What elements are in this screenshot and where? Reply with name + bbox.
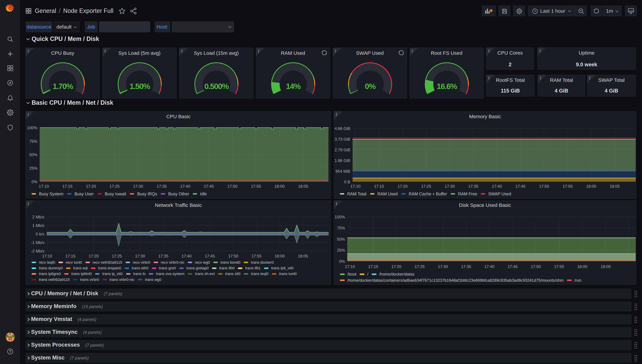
svg-text:1.86 GiB: 1.86 GiB (335, 158, 350, 163)
svg-text:18:05: 18:05 (601, 264, 611, 269)
svg-text:0%: 0% (32, 180, 38, 184)
svg-text:17:50: 17:50 (531, 264, 541, 269)
svg-text:0 b/s: 0 b/s (36, 232, 45, 236)
svg-text:17:20: 17:20 (86, 184, 96, 188)
svg-text:4.66 GiB: 4.66 GiB (335, 126, 350, 131)
svg-text:17:50: 17:50 (227, 184, 238, 188)
svg-text:17:50: 17:50 (539, 184, 549, 188)
svg-text:17:25: 17:25 (112, 254, 122, 258)
svg-text:17:30: 17:30 (438, 264, 448, 269)
svg-text:18:05: 18:05 (610, 184, 620, 188)
svg-text:0 B: 0 B (344, 180, 350, 184)
svg-text:17:55: 17:55 (251, 184, 261, 188)
svg-text:0.500%: 0.500% (204, 82, 229, 91)
svg-text:18:00: 18:00 (586, 184, 596, 188)
svg-text:17:35: 17:35 (461, 264, 471, 269)
svg-text:17:30: 17:30 (445, 184, 455, 188)
svg-text:17:15: 17:15 (62, 184, 72, 188)
svg-text:17:35: 17:35 (157, 184, 167, 188)
svg-text:18:00: 18:00 (275, 254, 285, 258)
svg-text:3.73 GiB: 3.73 GiB (335, 137, 350, 142)
svg-text:17:10: 17:10 (350, 184, 360, 188)
svg-text:17:45: 17:45 (204, 184, 214, 188)
svg-text:1.50%: 1.50% (130, 82, 150, 91)
svg-text:17:45: 17:45 (205, 254, 215, 258)
svg-text:100%: 100% (27, 126, 37, 130)
svg-text:100%: 100% (335, 215, 345, 219)
svg-text:17:15: 17:15 (374, 184, 384, 188)
svg-text:17:10: 17:10 (42, 254, 52, 258)
svg-text:17:15: 17:15 (65, 254, 75, 258)
svg-text:17:30: 17:30 (135, 254, 145, 258)
svg-text:0%: 0% (339, 259, 345, 264)
svg-text:17:25: 17:25 (421, 184, 431, 188)
svg-text:50%: 50% (30, 152, 38, 157)
svg-text:25%: 25% (30, 166, 38, 170)
svg-text:50%: 50% (337, 237, 345, 242)
svg-text:18:05: 18:05 (298, 254, 308, 258)
svg-text:18:00: 18:00 (577, 264, 587, 269)
svg-text:17:50: 17:50 (228, 254, 238, 258)
svg-text:17:35: 17:35 (158, 254, 168, 258)
svg-text:1 Mb/s: 1 Mb/s (33, 223, 45, 228)
svg-text:17:25: 17:25 (110, 184, 120, 188)
svg-text:25%: 25% (337, 248, 345, 252)
svg-text:18:05: 18:05 (298, 184, 308, 188)
svg-text:?: ? (9, 349, 11, 354)
svg-text:17:20: 17:20 (89, 254, 99, 258)
svg-text:17:20: 17:20 (391, 264, 401, 269)
svg-text:17:40: 17:40 (181, 254, 191, 258)
svg-text:17:20: 17:20 (397, 184, 408, 188)
svg-text:-1 Mb/s: -1 Mb/s (31, 240, 45, 245)
svg-text:17:15: 17:15 (368, 264, 378, 269)
svg-text:17:30: 17:30 (133, 184, 143, 188)
svg-text:17:55: 17:55 (554, 264, 564, 269)
svg-text:75%: 75% (337, 226, 345, 230)
svg-text:17:40: 17:40 (492, 184, 502, 188)
svg-text:0%: 0% (365, 82, 376, 91)
svg-text:17:45: 17:45 (508, 264, 518, 269)
svg-text:14%: 14% (286, 82, 301, 91)
svg-text:75%: 75% (30, 139, 38, 144)
svg-text:17:55: 17:55 (563, 184, 573, 188)
svg-text:17:10: 17:10 (345, 264, 355, 269)
svg-text:2.79 GiB: 2.79 GiB (335, 148, 350, 152)
svg-text:17:40: 17:40 (484, 264, 494, 269)
svg-text:1.70%: 1.70% (53, 82, 73, 91)
svg-text:-2 Mb/s: -2 Mb/s (31, 249, 45, 253)
svg-text:17:40: 17:40 (180, 184, 190, 188)
svg-text:16.6%: 16.6% (437, 82, 457, 91)
svg-text:18:00: 18:00 (275, 184, 285, 188)
svg-text:2 Mb/s: 2 Mb/s (33, 215, 45, 219)
svg-text:17:10: 17:10 (39, 184, 49, 188)
svg-text:954 MiB: 954 MiB (336, 169, 350, 174)
svg-text:17:25: 17:25 (415, 264, 425, 269)
svg-text:17:35: 17:35 (468, 184, 478, 188)
svg-text:17:55: 17:55 (252, 254, 262, 258)
svg-text:17:45: 17:45 (515, 184, 525, 188)
